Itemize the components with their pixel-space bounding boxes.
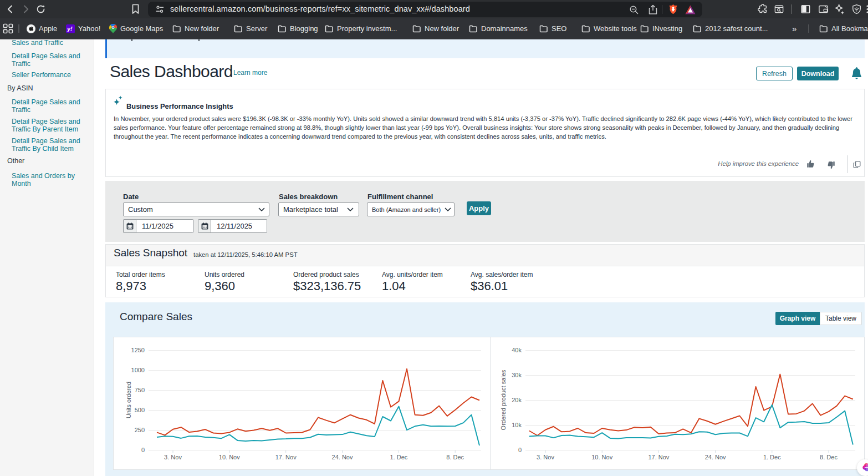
svg-text:24. Nov: 24. Nov bbox=[332, 454, 353, 460]
svg-text:Units ordered: Units ordered bbox=[125, 382, 132, 418]
svg-text:1250: 1250 bbox=[131, 347, 145, 353]
svg-text:0: 0 bbox=[518, 447, 522, 453]
svg-text:1. Dec: 1. Dec bbox=[390, 454, 408, 460]
svg-text:10. Nov: 10. Nov bbox=[591, 454, 612, 460]
svg-text:8. Dec: 8. Dec bbox=[446, 454, 464, 460]
svg-text:0: 0 bbox=[141, 447, 145, 453]
svg-text:17. Nov: 17. Nov bbox=[648, 454, 669, 460]
svg-text:10k: 10k bbox=[512, 422, 522, 428]
svg-text:500: 500 bbox=[135, 407, 145, 413]
svg-text:30k: 30k bbox=[512, 372, 522, 378]
svg-text:750: 750 bbox=[135, 387, 145, 393]
svg-text:1. Dec: 1. Dec bbox=[763, 454, 781, 460]
svg-text:10. Nov: 10. Nov bbox=[219, 454, 240, 460]
svg-text:Ordered product sales: Ordered product sales bbox=[500, 369, 507, 430]
svg-text:3. Nov: 3. Nov bbox=[164, 454, 182, 460]
svg-text:250: 250 bbox=[135, 427, 145, 433]
svg-text:3. Nov: 3. Nov bbox=[537, 454, 554, 460]
svg-text:8. Dec: 8. Dec bbox=[820, 454, 838, 460]
svg-text:17. Nov: 17. Nov bbox=[275, 454, 297, 460]
svg-text:y!: y! bbox=[67, 26, 73, 32]
svg-text:24. Nov: 24. Nov bbox=[705, 454, 726, 460]
svg-text:20k: 20k bbox=[512, 397, 522, 403]
svg-text:1000: 1000 bbox=[131, 367, 145, 373]
svg-text:40k: 40k bbox=[512, 347, 522, 353]
